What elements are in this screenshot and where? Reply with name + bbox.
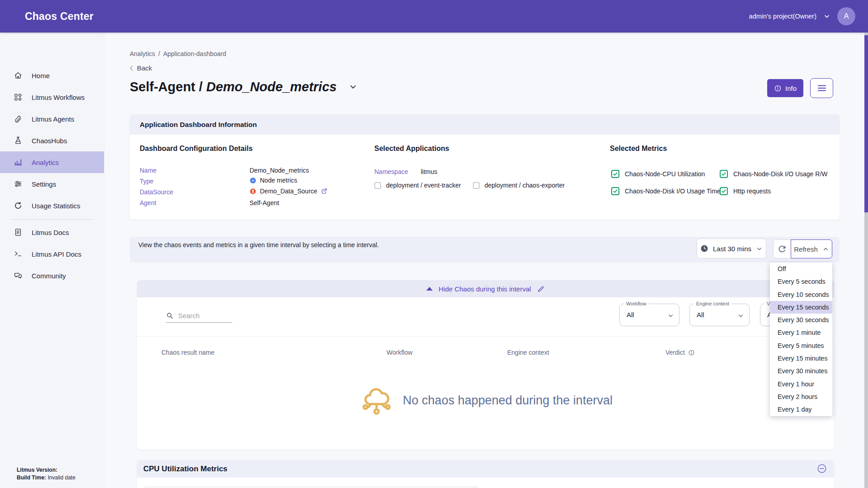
menu-item-every-5-minutes[interactable]: Every 5 minutes (770, 339, 832, 352)
sidebar-item-chaoshubs[interactable]: ChaosHubs (0, 130, 104, 151)
refresh-interval-menu: Off Every 5 seconds Every 10 seconds Eve… (770, 263, 832, 416)
back-button[interactable]: Back (129, 64, 152, 72)
sidebar-item-litmus-docs[interactable]: Litmus Docs (0, 221, 104, 243)
menu-item-every-30-seconds[interactable]: Every 30 seconds (770, 314, 832, 326)
external-link-icon[interactable] (321, 188, 327, 194)
sidebar-nav: Home Litmus Workflows Litmus Agents Chao… (0, 33, 104, 286)
time-range-value: Last 30 mins (713, 245, 751, 253)
main-content: Analytics / Application-dashboard Back S… (104, 33, 868, 488)
checked-checkbox-icon[interactable] (720, 170, 728, 178)
metric-label: Chaos-Node-Disk I/O Usage R/W (733, 170, 828, 178)
menu-item-every-15-seconds[interactable]: Every 15 seconds (770, 301, 832, 314)
namespace-label: Namespace (374, 167, 408, 176)
filter-label: Workflow (624, 301, 649, 306)
sidebar-item-litmus-workflows[interactable]: Litmus Workflows (0, 86, 104, 108)
application-dashboard-information-card: Application Dashboard Information Dashbo… (130, 114, 840, 220)
analytics-icon (14, 158, 23, 167)
edit-pencil-icon[interactable] (537, 285, 545, 293)
search-icon (166, 312, 174, 319)
chevron-down-icon (737, 312, 744, 319)
verdict-info-icon[interactable] (688, 349, 695, 356)
menu-item-every-1-minute[interactable]: Every 1 minute (770, 326, 832, 339)
refresh-now-button[interactable] (773, 239, 791, 258)
sidebar-item-analytics[interactable]: Analytics (0, 151, 104, 173)
sidebar-item-litmus-agents[interactable]: Litmus Agents (0, 108, 104, 130)
clock-icon (700, 244, 708, 253)
config-label-name: Name (140, 166, 156, 175)
page-title: Self-Agent / Demo_Node_metrics (130, 79, 337, 94)
unchecked-checkbox-icon[interactable] (473, 182, 480, 189)
config-value-agent: Self-Agent (250, 198, 279, 207)
menu-item-every-15-minutes[interactable]: Every 15 minutes (770, 352, 832, 365)
build-time-label: Build Time: (17, 474, 46, 481)
menu-item-every-1-day[interactable]: Every 1 day (770, 403, 832, 416)
project-selector[interactable]: admin's project(Owner) (749, 13, 816, 20)
checkbox-event-tracker[interactable]: deployment / event-tracker (374, 182, 461, 189)
search-field[interactable] (166, 309, 232, 323)
workflows-icon (14, 93, 23, 102)
menu-item-every-5-seconds[interactable]: Every 5 seconds (770, 275, 832, 288)
metric-cpu-utilization[interactable]: Chaos-Node-CPU Utilization (611, 170, 705, 178)
page-scrollbar-thumb[interactable] (864, 35, 868, 212)
breadcrumb-analytics[interactable]: Analytics (130, 50, 155, 57)
menu-item-every-2-hours[interactable]: Every 2 hours (770, 390, 832, 403)
breadcrumb: Analytics / Application-dashboard (130, 50, 226, 57)
metric-http-requests[interactable]: Http requests (720, 187, 771, 195)
docs-icon (14, 228, 23, 237)
sidebar-footer: Litmus Version: Build Time: Invalid date (17, 466, 75, 482)
sidebar-item-label: Usage Statistics (32, 202, 80, 210)
dashboard-switch-chevron-down-icon[interactable] (349, 82, 358, 91)
time-range-select[interactable]: Last 30 mins (697, 239, 766, 258)
chevron-up-icon (822, 246, 829, 253)
engine-context-filter-select[interactable]: Engine context All (689, 304, 750, 326)
sidebar-divider (10, 219, 94, 220)
sidebar-item-settings[interactable]: Settings (0, 173, 104, 195)
filter-label: Engine context (694, 301, 731, 306)
sidebar-item-home[interactable]: Home (0, 65, 104, 86)
namespace-row: Namespace litmus (374, 167, 437, 176)
avatar[interactable]: A (837, 7, 855, 25)
dashboard-menu-button[interactable] (810, 78, 833, 98)
config-label-datasource: DataSource (140, 188, 173, 197)
menu-item-off[interactable]: Off (770, 263, 832, 275)
top-bar: Chaos Center admin's project(Owner) A (0, 0, 868, 33)
usage-statistics-icon (14, 201, 23, 210)
checked-checkbox-icon[interactable] (611, 187, 619, 195)
checked-checkbox-icon[interactable] (720, 187, 728, 195)
config-value-name: Demo_Node_metrics (250, 166, 309, 175)
info-button[interactable]: Info (767, 79, 803, 97)
application-checkboxes: deployment / event-tracker deployment / … (374, 182, 565, 189)
collapse-minus-icon[interactable] (817, 464, 827, 474)
config-label-agent: Agent (140, 198, 156, 207)
config-value-type: Node metrics (250, 176, 297, 185)
sidebar-item-community[interactable]: Community (0, 265, 104, 286)
checkbox-chaos-exporter[interactable]: deployment / chaos-exporter (473, 182, 565, 189)
search-input[interactable] (177, 311, 229, 320)
checked-checkbox-icon[interactable] (611, 170, 619, 178)
menu-item-every-10-seconds[interactable]: Every 10 seconds (770, 288, 832, 301)
sidebar-item-label: Litmus Agents (32, 115, 74, 123)
hide-chaos-toggle[interactable]: Hide Chaos during this interval (137, 280, 834, 297)
workflow-filter-select[interactable]: Workflow All (619, 304, 679, 326)
empty-state: No chaos happened during the interval (137, 383, 834, 418)
interval-description: View the chaos events and metrics in a g… (138, 241, 382, 250)
menu-item-every-30-minutes[interactable]: Every 30 minutes (770, 365, 832, 377)
metric-disk-io-rw[interactable]: Chaos-Node-Disk I/O Usage R/W (720, 170, 828, 178)
page-scrollbar-track[interactable] (864, 33, 868, 488)
sidebar-item-litmus-api-docs[interactable]: Litmus API Docs (0, 243, 104, 265)
column-workflow: Workflow (387, 349, 412, 356)
info-icon (774, 84, 782, 92)
sidebar-item-label: Analytics (32, 159, 59, 166)
metric-disk-io-times[interactable]: Chaos-Node-Disk I/O Usage Times (611, 187, 724, 195)
project-chevron-down-icon[interactable] (823, 13, 830, 20)
filter-value: All (627, 311, 634, 319)
unchecked-checkbox-icon[interactable] (374, 182, 381, 189)
cpu-utilization-card: CPU Utilization Metrics (137, 460, 834, 488)
home-icon (14, 71, 23, 80)
sidebar-item-label: Settings (32, 180, 56, 188)
sidebar-item-usage-statistics[interactable]: Usage Statistics (0, 195, 104, 216)
cpu-card-header: CPU Utilization Metrics (137, 460, 834, 478)
menu-item-every-1-hour[interactable]: Every 1 hour (770, 378, 832, 390)
refresh-interval-dropdown[interactable]: Refresh (791, 239, 832, 258)
node-metrics-icon (250, 177, 256, 184)
